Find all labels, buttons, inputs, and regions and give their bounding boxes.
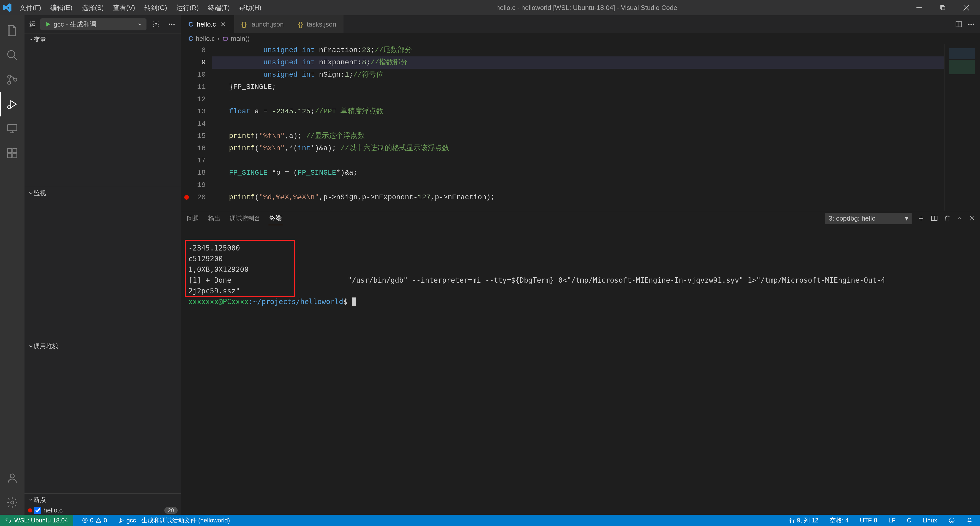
panel-tab-terminal[interactable]: 终端 bbox=[269, 211, 283, 225]
debug-config-select[interactable]: gcc - 生成和调 bbox=[40, 18, 146, 30]
watch-section: 监视 bbox=[24, 186, 181, 340]
status-errors: 0 bbox=[90, 517, 94, 524]
svg-point-21 bbox=[973, 24, 974, 25]
svg-point-16 bbox=[171, 24, 172, 25]
svg-point-6 bbox=[8, 106, 11, 109]
activity-search[interactable] bbox=[0, 43, 24, 67]
symbol-method-icon bbox=[222, 36, 228, 42]
svg-rect-11 bbox=[13, 154, 17, 158]
callstack-header[interactable]: 调用堆栈 bbox=[24, 340, 181, 352]
tab-label: hello.c bbox=[197, 21, 216, 28]
menu-edit[interactable]: 编辑(E) bbox=[46, 1, 77, 14]
tab-launch-json[interactable]: {}launch.json bbox=[234, 15, 291, 33]
svg-point-12 bbox=[10, 474, 14, 478]
breakpoint-row[interactable]: hello.c 20 bbox=[24, 506, 181, 515]
minimap[interactable] bbox=[944, 44, 980, 211]
close-button[interactable] bbox=[955, 0, 978, 15]
kill-terminal-icon[interactable] bbox=[944, 215, 951, 222]
breakpoint-checkbox[interactable] bbox=[34, 507, 41, 514]
activity-remote[interactable] bbox=[0, 116, 24, 141]
panel-tab-debug-console[interactable]: 调试控制台 bbox=[229, 212, 261, 225]
breakpoints-title: 断点 bbox=[34, 496, 46, 504]
tab-label: launch.json bbox=[250, 21, 284, 28]
svg-point-3 bbox=[8, 75, 11, 78]
svg-rect-22 bbox=[223, 37, 228, 40]
variables-header[interactable]: 变量 bbox=[24, 33, 181, 46]
tab-tasks-json[interactable]: {}tasks.json bbox=[291, 15, 344, 33]
panel-tabs: 问题 输出 调试控制台 终端 3: cppdbg: hello ▾ bbox=[181, 211, 980, 225]
terminal[interactable]: -2345.125000 c5129200 1,0XB,0X129200 [1]… bbox=[181, 225, 980, 515]
status-os[interactable]: Linux bbox=[920, 517, 940, 524]
activity-bar bbox=[0, 15, 24, 515]
menu-view[interactable]: 查看(V) bbox=[108, 1, 140, 14]
svg-rect-10 bbox=[8, 154, 12, 158]
chevron-down-icon: ▾ bbox=[905, 215, 908, 222]
minimize-button[interactable] bbox=[907, 0, 931, 15]
new-terminal-icon[interactable] bbox=[917, 215, 925, 222]
activity-account[interactable] bbox=[0, 466, 24, 490]
menu-goto[interactable]: 转到(G) bbox=[140, 1, 172, 14]
variables-section: 变量 bbox=[24, 33, 181, 186]
panel-tab-problems[interactable]: 问题 bbox=[186, 212, 200, 225]
editor[interactable]: 891011121314151617181920 unsigned int nF… bbox=[181, 44, 980, 211]
svg-point-25 bbox=[119, 521, 121, 523]
split-editor-icon[interactable] bbox=[955, 21, 963, 28]
maximize-button[interactable] bbox=[931, 0, 955, 15]
activity-extensions[interactable] bbox=[0, 141, 24, 166]
debug-more-icon[interactable] bbox=[165, 21, 178, 28]
svg-rect-8 bbox=[8, 148, 12, 153]
svg-rect-1 bbox=[942, 6, 945, 10]
svg-point-19 bbox=[968, 24, 969, 25]
svg-point-5 bbox=[14, 78, 17, 81]
watch-header[interactable]: 监视 bbox=[24, 187, 181, 199]
activity-scm[interactable] bbox=[0, 67, 24, 92]
menu-help[interactable]: 帮助(H) bbox=[234, 1, 266, 14]
status-encoding[interactable]: UTF-8 bbox=[857, 517, 880, 524]
variables-title: 变量 bbox=[34, 35, 46, 44]
breadcrumb-symbol[interactable]: main() bbox=[231, 35, 250, 43]
breakpoint-file: hello.c bbox=[43, 506, 62, 514]
activity-debug[interactable] bbox=[0, 92, 24, 116]
tab-bar: Chello.c✕{}launch.json{}tasks.json bbox=[181, 15, 980, 33]
menu-file[interactable]: 文件(F) bbox=[15, 1, 46, 14]
tab-close-icon[interactable]: ✕ bbox=[220, 21, 227, 28]
svg-rect-7 bbox=[8, 124, 17, 131]
panel-tab-output[interactable]: 输出 bbox=[207, 212, 221, 225]
breakpoint-dot-icon bbox=[28, 508, 32, 512]
status-eol[interactable]: LF bbox=[886, 517, 898, 524]
debug-sidebar: 运 gcc - 生成和调 变量 监视 bbox=[24, 15, 181, 515]
watch-title: 监视 bbox=[34, 189, 46, 197]
status-spaces[interactable]: 空格: 4 bbox=[827, 516, 851, 524]
maximize-panel-icon[interactable] bbox=[956, 215, 963, 222]
status-ln-col[interactable]: 行 9, 列 12 bbox=[787, 516, 821, 524]
breakpoints-header[interactable]: 断点 bbox=[24, 494, 181, 506]
close-panel-icon[interactable] bbox=[969, 215, 975, 222]
status-lang[interactable]: C bbox=[904, 517, 914, 524]
status-build[interactable]: gcc - 生成和调试活动文件 (helloworld) bbox=[116, 516, 232, 524]
svg-point-17 bbox=[173, 24, 175, 25]
window-title: hello.c - helloworld [WSL: Ubuntu-18.04]… bbox=[266, 4, 907, 12]
breadcrumb-file-icon: C bbox=[188, 35, 193, 43]
breadcrumb-file[interactable]: hello.c bbox=[196, 35, 215, 43]
json-file-icon: {} bbox=[298, 21, 303, 28]
menu-run[interactable]: 运行(R) bbox=[172, 1, 204, 14]
status-feedback-icon[interactable] bbox=[946, 517, 958, 524]
terminal-select-label: 3: cppdbg: hello bbox=[829, 215, 876, 222]
status-problems[interactable]: 0 0 bbox=[80, 517, 110, 524]
split-terminal-icon[interactable] bbox=[931, 215, 938, 222]
more-actions-icon[interactable] bbox=[967, 21, 975, 28]
menu-select[interactable]: 选择(S) bbox=[77, 1, 108, 14]
status-remote[interactable]: WSL: Ubuntu-18.04 bbox=[0, 515, 73, 526]
debug-settings-icon[interactable] bbox=[150, 21, 162, 28]
activity-explorer[interactable] bbox=[0, 18, 24, 43]
panel: 问题 输出 调试控制台 终端 3: cppdbg: hello ▾ -2345.… bbox=[181, 211, 980, 515]
status-bell-icon[interactable] bbox=[964, 517, 975, 524]
svg-point-13 bbox=[11, 501, 14, 504]
terminal-select[interactable]: 3: cppdbg: hello ▾ bbox=[825, 213, 912, 224]
activity-settings[interactable] bbox=[0, 490, 24, 515]
svg-point-15 bbox=[169, 24, 170, 25]
editor-area: Chello.c✕{}launch.json{}tasks.json C hel… bbox=[181, 15, 980, 515]
tab-hello-c[interactable]: Chello.c✕ bbox=[181, 15, 234, 33]
breadcrumb[interactable]: C hello.c › main() bbox=[181, 33, 980, 44]
menu-terminal[interactable]: 终端(T) bbox=[204, 1, 234, 14]
